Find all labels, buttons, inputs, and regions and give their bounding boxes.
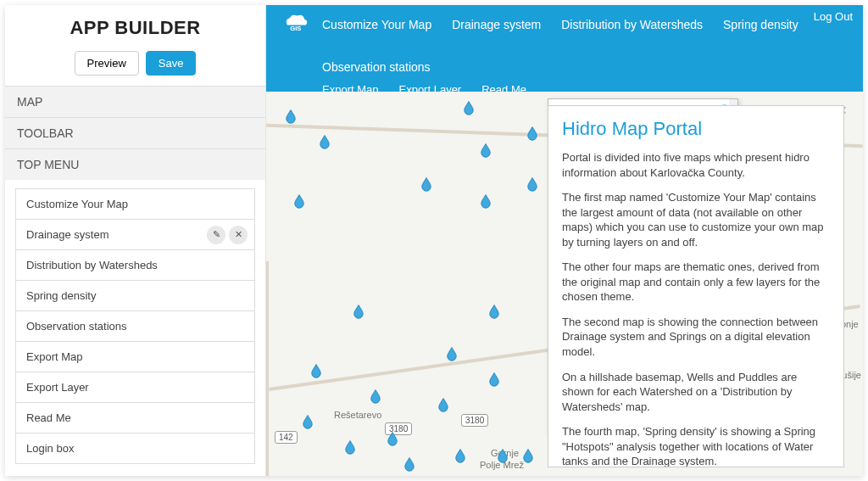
info-paragraph: The fourth map, 'Spring density' is show… bbox=[562, 424, 830, 467]
delete-icon[interactable]: ✕ bbox=[229, 226, 248, 244]
spring-marker-icon[interactable] bbox=[283, 109, 298, 124]
nav-link[interactable]: Drainage system bbox=[452, 14, 541, 36]
route-badge: 142 bbox=[275, 431, 298, 444]
spring-marker-icon[interactable] bbox=[495, 448, 510, 463]
menu-item[interactable]: Drainage system✎✕ bbox=[15, 219, 255, 249]
nav-link[interactable]: Observation stations bbox=[322, 56, 431, 78]
place-label: Rešetarevo bbox=[334, 410, 381, 420]
info-paragraph: The second map is showing the connection… bbox=[562, 315, 830, 360]
spring-marker-icon[interactable] bbox=[461, 100, 476, 115]
spring-marker-icon[interactable] bbox=[478, 143, 493, 158]
menu-item[interactable]: Read Me bbox=[15, 402, 255, 433]
preview-button[interactable]: Preview bbox=[75, 51, 139, 76]
top-menu-list: Customize Your MapDrainage system✎✕Distr… bbox=[5, 180, 265, 464]
info-paragraph: The first map named 'Customize Your Map'… bbox=[562, 190, 830, 249]
spring-marker-icon[interactable] bbox=[292, 193, 307, 209]
section-topmenu[interactable]: TOP MENU bbox=[5, 148, 265, 180]
spring-marker-icon[interactable] bbox=[520, 448, 536, 463]
spring-marker-icon[interactable] bbox=[453, 448, 468, 463]
spring-marker-icon[interactable] bbox=[300, 414, 315, 429]
spring-marker-icon[interactable] bbox=[309, 363, 324, 378]
preview-area: GIS Customize Your MapDrainage systemDis… bbox=[266, 5, 863, 476]
svg-text:GIS: GIS bbox=[290, 25, 301, 32]
menu-item[interactable]: Export Map bbox=[15, 341, 255, 372]
gis-logo-icon: GIS bbox=[281, 12, 310, 34]
info-title: Hidro Map Portal bbox=[562, 118, 830, 140]
spring-marker-icon[interactable] bbox=[419, 176, 434, 192]
save-button[interactable]: Save bbox=[146, 51, 197, 76]
menu-item[interactable]: Customize Your Map bbox=[15, 188, 255, 219]
nav-link[interactable]: Spring density bbox=[723, 14, 798, 36]
spring-marker-icon[interactable] bbox=[317, 134, 332, 149]
menu-item[interactable]: Login box bbox=[15, 433, 255, 464]
spring-marker-icon[interactable] bbox=[525, 126, 540, 141]
info-paragraph: Portal is divided into five maps which p… bbox=[562, 150, 830, 180]
spring-marker-icon[interactable] bbox=[385, 431, 400, 446]
nav-link[interactable]: Customize Your Map bbox=[322, 14, 431, 36]
logout-link[interactable]: Log Out bbox=[814, 10, 853, 23]
spring-marker-icon[interactable] bbox=[436, 397, 451, 412]
section-map[interactable]: MAP bbox=[5, 86, 265, 117]
spring-marker-icon[interactable] bbox=[487, 372, 502, 387]
menu-item[interactable]: Spring density bbox=[15, 280, 255, 310]
spring-marker-icon[interactable] bbox=[478, 193, 493, 209]
route-badge: 3180 bbox=[461, 414, 488, 427]
builder-panel: APP BUILDER Preview Save MAP TOOLBAR TOP… bbox=[5, 5, 266, 476]
spring-marker-icon[interactable] bbox=[402, 456, 417, 472]
info-panel: Hidro Map Portal Portal is divided into … bbox=[548, 105, 844, 467]
menu-item[interactable]: Distribution by Watersheds bbox=[15, 249, 255, 280]
spring-marker-icon[interactable] bbox=[342, 439, 358, 455]
spring-marker-icon[interactable] bbox=[487, 304, 502, 319]
spring-marker-icon[interactable] bbox=[444, 346, 459, 361]
spring-marker-icon[interactable] bbox=[525, 176, 540, 192]
app-topbar: GIS Customize Your MapDrainage systemDis… bbox=[266, 5, 863, 104]
info-paragraph: The other four maps are thematic ones, d… bbox=[562, 260, 830, 305]
spring-marker-icon[interactable] bbox=[351, 304, 366, 319]
info-paragraph: On a hillshade basemap, Wells and Puddle… bbox=[562, 370, 830, 415]
nav-link[interactable]: Distribution by Watersheds bbox=[561, 14, 703, 36]
app-title: APP BUILDER bbox=[14, 17, 257, 39]
spring-marker-icon[interactable] bbox=[368, 389, 383, 404]
section-toolbar[interactable]: TOOLBAR bbox=[5, 117, 265, 148]
edit-icon[interactable]: ✎ bbox=[207, 226, 225, 244]
menu-item[interactable]: Export Layer bbox=[15, 372, 255, 402]
menu-item[interactable]: Observation stations bbox=[15, 310, 255, 341]
